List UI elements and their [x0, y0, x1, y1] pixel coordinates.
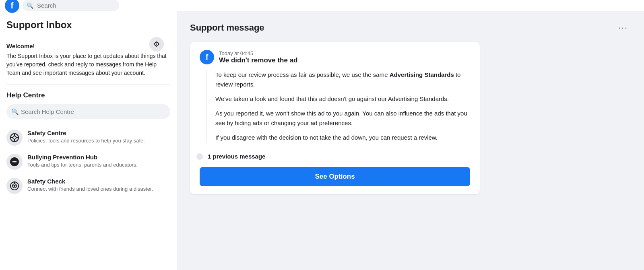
help-search-input[interactable]	[6, 104, 170, 119]
divider	[6, 85, 170, 85]
welcome-heading: Welcome!	[6, 43, 170, 49]
topbar-left: f 🔍	[5, 0, 119, 13]
help-item-bullying-hub[interactable]: Bullying Prevention Hub Tools and tips f…	[6, 150, 170, 174]
see-options-button[interactable]: See Options	[200, 167, 470, 186]
topbar-search-wrap: 🔍	[23, 0, 119, 11]
sidebar: Support Inbox ⚙ Welcome! The Support Inb…	[0, 11, 177, 270]
message-card: f Today at 04:45 We didn't remove the ad…	[190, 42, 480, 194]
message-paragraph-4: If you disagree with the decision to not…	[215, 133, 470, 142]
help-search-wrap: 🔍	[6, 104, 170, 119]
safety-check-name: Safety Check	[27, 178, 153, 185]
safety-centre-desc: Policies, tools and resources to help yo…	[27, 137, 145, 144]
welcome-body: The Support Inbox is your place to get u…	[6, 52, 170, 77]
help-centre-section: Help Centre 🔍 S	[6, 91, 170, 198]
safety-centre-text: Safety Centre Policies, tools and resour…	[27, 130, 145, 144]
help-item-safety-centre[interactable]: Safety Centre Policies, tools and resour…	[6, 126, 170, 150]
facebook-logo: f	[5, 0, 19, 13]
svg-point-11	[14, 185, 15, 187]
message-p1-prefix: To keep our review process as fair as po…	[215, 71, 390, 78]
safety-centre-icon	[6, 130, 23, 146]
help-centre-title: Help Centre	[6, 91, 170, 99]
help-item-safety-check[interactable]: Safety Check Connect with friends and lo…	[6, 174, 170, 198]
message-meta: Today at 04:45 We didn't remove the ad	[219, 50, 297, 64]
message-time: Today at 04:45	[219, 50, 297, 56]
content-area: Support message ··· f Today at 04:45 We …	[177, 11, 644, 270]
safety-check-text: Safety Check Connect with friends and lo…	[27, 178, 153, 193]
bullying-hub-desc: Tools and tips for teens, parents and ed…	[27, 161, 138, 169]
safety-check-icon	[6, 178, 23, 194]
message-timeline: To keep our review process as fair as po…	[206, 70, 470, 142]
settings-button[interactable]: ⚙	[149, 37, 164, 52]
content-title: Support message	[190, 23, 264, 33]
safety-check-desc: Connect with friends and loved ones duri…	[27, 185, 153, 193]
more-options-button[interactable]: ···	[615, 21, 631, 35]
message-header: f Today at 04:45 We didn't remove the ad	[200, 50, 470, 64]
topbar-search-icon: 🔍	[27, 2, 33, 9]
main-layout: Support Inbox ⚙ Welcome! The Support Inb…	[0, 11, 644, 270]
help-search-icon: 🔍	[11, 108, 19, 115]
message-paragraph-3: As you reported it, we won't show this a…	[215, 109, 470, 128]
welcome-section: Welcome! The Support Inbox is your place…	[6, 43, 170, 77]
bullying-hub-name: Bullying Prevention Hub	[27, 154, 138, 161]
content-header: Support message ···	[190, 21, 631, 35]
fb-avatar: f	[200, 50, 214, 64]
message-paragraph-1: To keep our review process as fair as po…	[215, 70, 470, 89]
safety-centre-name: Safety Centre	[27, 130, 145, 136]
message-body: To keep our review process as fair as po…	[215, 70, 470, 142]
previous-message-row[interactable]: 1 previous message	[200, 150, 470, 160]
bullying-hub-text: Bullying Prevention Hub Tools and tips f…	[27, 154, 138, 169]
message-p1-bold: Advertising Standards	[390, 71, 454, 78]
svg-point-1	[13, 136, 16, 139]
sidebar-title: Support Inbox	[6, 19, 72, 31]
sidebar-header-row: Support Inbox ⚙	[6, 19, 170, 37]
topbar-search-input[interactable]	[23, 0, 119, 11]
bullying-hub-icon	[6, 154, 23, 170]
message-subject: We didn't remove the ad	[219, 56, 297, 64]
previous-message-dot	[196, 153, 203, 160]
topbar: f 🔍	[0, 0, 644, 11]
message-paragraph-2: We've taken a look and found that this a…	[215, 94, 470, 104]
previous-message-label: 1 previous message	[208, 153, 265, 160]
